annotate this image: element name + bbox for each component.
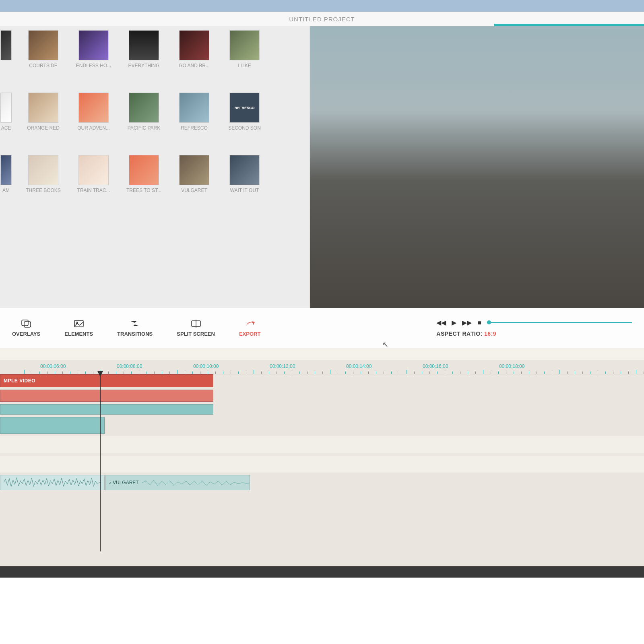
timeline-ruler[interactable]: 00:00:06:0000:00:08:0000:00:10:0000:00:1… bbox=[0, 360, 644, 374]
media-label: WAIT IT OUT bbox=[230, 188, 259, 193]
video-track-1[interactable]: MPLE VIDEO bbox=[0, 374, 644, 387]
media-item[interactable] bbox=[0, 30, 12, 68]
music-clip-vulgaret[interactable]: ♪ VULGARET bbox=[105, 475, 250, 490]
media-thumbnail[interactable] bbox=[0, 30, 12, 60]
media-item[interactable]: ENDLESS HO... bbox=[74, 30, 113, 68]
project-title: UNTITLED PROJECT bbox=[289, 16, 355, 23]
media-thumbnail[interactable] bbox=[129, 30, 159, 60]
media-label: ACE bbox=[1, 125, 11, 131]
media-thumbnail[interactable] bbox=[179, 30, 209, 60]
stop-button[interactable]: ■ bbox=[477, 319, 481, 326]
preview-video-frame[interactable] bbox=[310, 26, 644, 308]
rewind-button[interactable]: ◀◀ bbox=[436, 319, 446, 326]
media-thumbnail[interactable] bbox=[78, 155, 109, 185]
play-button[interactable]: ▶ bbox=[452, 319, 456, 326]
media-item[interactable]: WAIT IT OUT bbox=[225, 155, 264, 193]
media-item[interactable]: PACIFIC PARK bbox=[125, 93, 163, 131]
toolbar: OVERLAYS ELEMENTS TRANSITIONS SPLIT SCRE… bbox=[0, 308, 644, 348]
window-titlebar bbox=[0, 0, 644, 12]
music-track[interactable]: ♪ VULGARET bbox=[0, 475, 644, 490]
music-clip-wave-1[interactable] bbox=[0, 475, 105, 490]
media-item[interactable]: GO AND BR... bbox=[175, 30, 213, 68]
media-thumbnail[interactable] bbox=[179, 93, 209, 123]
audio-track-1[interactable] bbox=[0, 404, 644, 415]
media-label: ENDLESS HO... bbox=[76, 63, 111, 68]
svg-rect-1 bbox=[24, 322, 31, 327]
elements-icon bbox=[73, 319, 85, 328]
preview-progress-indicator bbox=[494, 24, 644, 26]
media-item[interactable]: TREES TO ST... bbox=[125, 155, 163, 193]
media-label: AM bbox=[2, 188, 10, 193]
media-item[interactable]: REFRESCO bbox=[175, 93, 213, 131]
overlays-button[interactable]: OVERLAYS bbox=[12, 319, 40, 337]
media-item[interactable]: THREE BOOKS bbox=[24, 155, 62, 193]
media-item[interactable]: REFRESCOSECOND SON bbox=[225, 93, 264, 131]
audio-clip-1[interactable] bbox=[0, 404, 213, 415]
ruler-timestamp: 00:00:14:00 bbox=[346, 363, 372, 369]
export-button[interactable]: EXPORT bbox=[239, 319, 260, 337]
split-screen-button[interactable]: SPLIT SCREEN bbox=[177, 319, 215, 337]
media-label: PACIFIC PARK bbox=[128, 125, 161, 131]
status-bar bbox=[0, 566, 644, 578]
media-thumbnail[interactable] bbox=[28, 30, 58, 60]
elements-button[interactable]: ELEMENTS bbox=[64, 319, 93, 337]
media-thumbnail[interactable] bbox=[229, 30, 260, 60]
media-thumbnail[interactable] bbox=[78, 30, 109, 60]
media-item[interactable]: COURTSIDE bbox=[24, 30, 62, 68]
media-label: REFRESCO bbox=[181, 125, 208, 131]
media-label: GO AND BR... bbox=[179, 63, 210, 68]
media-thumbnail[interactable] bbox=[78, 93, 109, 123]
video-clip[interactable]: MPLE VIDEO bbox=[0, 374, 213, 387]
timeline-tracks: MPLE VIDEO ♪ VULGARET bbox=[0, 374, 644, 490]
media-item[interactable]: I LIKE bbox=[225, 30, 264, 68]
media-label: VULGARET bbox=[181, 188, 207, 193]
media-thumbnail[interactable] bbox=[0, 93, 12, 123]
timeline-toolbar bbox=[0, 348, 644, 360]
media-item[interactable]: ACE bbox=[0, 93, 12, 131]
media-item[interactable]: OUR ADVEN... bbox=[74, 93, 113, 131]
media-thumbnail[interactable] bbox=[28, 155, 58, 185]
transitions-button[interactable]: TRANSITIONS bbox=[117, 319, 153, 337]
media-item[interactable]: EVERYTHING bbox=[125, 30, 163, 68]
video-track-2[interactable] bbox=[0, 390, 644, 402]
ruler-timestamp: 00:00:12:00 bbox=[270, 363, 295, 369]
media-library-panel: COURTSIDEENDLESS HO...EVERYTHINGGO AND B… bbox=[0, 26, 310, 308]
empty-track-2[interactable] bbox=[0, 456, 644, 473]
media-item[interactable]: TRAIN TRAC... bbox=[74, 155, 113, 193]
media-item[interactable]: ORANGE RED bbox=[24, 93, 62, 131]
progress-handle[interactable] bbox=[487, 320, 491, 324]
aspect-ratio-value: 16:9 bbox=[484, 330, 496, 337]
audio-track-2[interactable] bbox=[0, 417, 644, 434]
media-thumbnail[interactable] bbox=[129, 93, 159, 123]
media-thumbnail[interactable] bbox=[179, 155, 209, 185]
ruler-timestamp: 00:00:18:00 bbox=[499, 363, 524, 369]
music-note-icon: ♪ bbox=[109, 480, 111, 485]
audio-clip-2[interactable] bbox=[0, 417, 105, 434]
split-screen-icon bbox=[190, 319, 202, 328]
media-label: EVERYTHING bbox=[128, 63, 160, 68]
ruler-timestamp: 00:00:10:00 bbox=[193, 363, 219, 369]
media-label: OUR ADVEN... bbox=[77, 125, 110, 131]
playback-progress[interactable] bbox=[487, 322, 632, 323]
media-label: SECOND SON bbox=[228, 125, 261, 131]
forward-button[interactable]: ▶▶ bbox=[462, 319, 472, 326]
playback-controls: ◀◀ ▶ ▶▶ ■ ASPECT RATIO: 16:9 bbox=[436, 319, 632, 337]
preview-panel bbox=[310, 26, 644, 308]
overlays-icon bbox=[21, 319, 32, 328]
video-clip-thumb[interactable] bbox=[0, 390, 213, 402]
svg-rect-0 bbox=[22, 320, 28, 326]
export-icon bbox=[244, 319, 256, 328]
timeline-panel: 00:00:06:0000:00:08:0000:00:10:0000:00:1… bbox=[0, 348, 644, 578]
media-thumbnail[interactable] bbox=[28, 93, 58, 123]
media-thumbnail[interactable] bbox=[0, 155, 12, 185]
media-thumbnail[interactable] bbox=[229, 155, 260, 185]
media-thumbnail[interactable]: REFRESCO bbox=[229, 93, 260, 123]
empty-track-1[interactable] bbox=[0, 436, 644, 453]
ruler-timestamp: 00:00:06:00 bbox=[40, 363, 66, 369]
media-thumbnail[interactable] bbox=[129, 155, 159, 185]
media-label: TRAIN TRAC... bbox=[77, 188, 110, 193]
media-item[interactable]: VULGARET bbox=[175, 155, 213, 193]
media-item[interactable]: AM bbox=[0, 155, 12, 193]
playhead[interactable] bbox=[100, 374, 101, 551]
media-label: COURTSIDE bbox=[29, 63, 57, 68]
